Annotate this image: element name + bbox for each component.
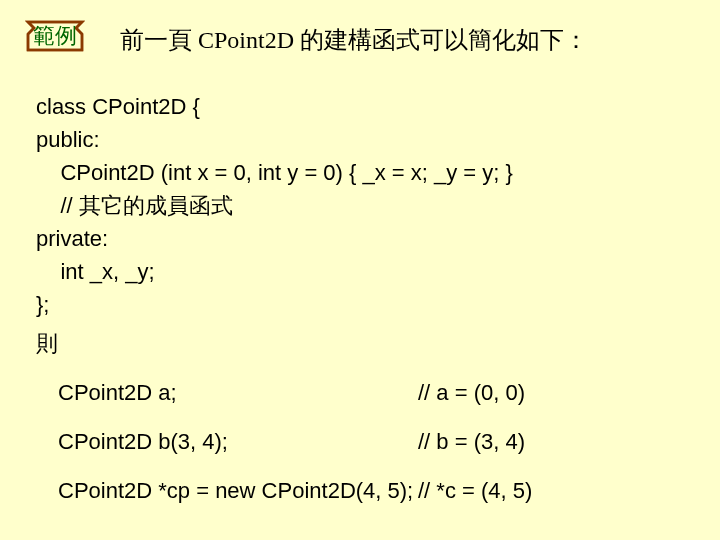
example-badge: 範例: [20, 16, 90, 56]
example-row: CPoint2D *cp = new CPoint2D(4, 5); // *c…: [36, 474, 696, 507]
then-label: 則: [36, 327, 696, 360]
code-block: class CPoint2D { public: CPoint2D (int x…: [36, 90, 696, 507]
example-comment: // *c = (4, 5): [418, 474, 532, 507]
code-line: };: [36, 288, 696, 321]
code-line: CPoint2D (int x = 0, int y = 0) { _x = x…: [36, 156, 696, 189]
slide-headline: 前一頁 CPoint2D 的建構函式可以簡化如下：: [120, 24, 588, 56]
code-line: public:: [36, 123, 696, 156]
example-decl: CPoint2D *cp = new CPoint2D(4, 5);: [58, 474, 418, 507]
example-decl: CPoint2D a;: [58, 376, 418, 409]
example-comment: // a = (0, 0): [418, 376, 525, 409]
examples-list: CPoint2D a; // a = (0, 0) CPoint2D b(3, …: [36, 376, 696, 507]
example-badge-label: 範例: [20, 16, 90, 56]
code-line: private:: [36, 222, 696, 255]
code-line: // 其它的成員函式: [36, 189, 696, 222]
code-line: int _x, _y;: [36, 255, 696, 288]
example-row: CPoint2D b(3, 4); // b = (3, 4): [36, 425, 696, 458]
code-line: class CPoint2D {: [36, 90, 696, 123]
example-row: CPoint2D a; // a = (0, 0): [36, 376, 696, 409]
example-decl: CPoint2D b(3, 4);: [58, 425, 418, 458]
example-comment: // b = (3, 4): [418, 425, 525, 458]
